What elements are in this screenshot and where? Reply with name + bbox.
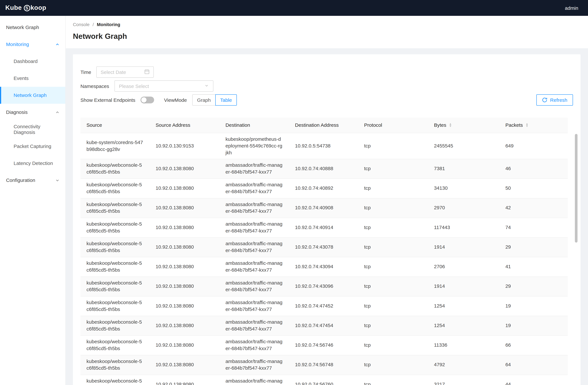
cell-packets: 74 [499,218,568,237]
refresh-button[interactable]: Refresh [537,94,573,106]
cell-source-address: 10.92.0.138:8080 [150,316,220,335]
cell-packets: 19 [499,316,568,335]
logo-text-kube: Kube [5,4,22,12]
sidebar-item-label: Connectivity Diagnosis [14,123,59,135]
cell-protocol: tcp [358,335,428,355]
cell-destination-address: 10.92.0.74:43096 [289,276,358,296]
cell-source: kubeskoop/webconsole-5c6f85cd5-th5bs [81,355,150,375]
sort-icon[interactable]: ▲ ▼ [449,123,452,127]
app-logo[interactable]: Kube S koop [5,4,46,12]
sidebar-item-label: Network Graph [14,93,46,98]
viewmode-option-graph[interactable]: Graph [192,94,216,106]
show-external-label: Show External Endpoints [81,97,135,103]
time-filter-row: Time [81,66,573,78]
cell-packets: 19 [499,296,568,316]
viewmode-option-table[interactable]: Table [215,94,237,106]
cell-destination: ambassador/traffic-manager-684b7bf547-kx… [220,198,289,218]
cell-bytes: 34130 [428,178,499,198]
sidebar-item-label: Latency Detection [14,160,53,166]
time-label: Time [81,69,91,75]
cell-source: kubeskoop/webconsole-5c6f85cd5-th5bs [81,237,150,257]
time-date-input[interactable] [101,69,144,75]
sidebar-item-network-graph-top[interactable]: Network Graph [0,19,65,36]
col-source-address: Source Address [150,118,220,133]
col-destination-address: Destination Address [289,118,358,133]
sidebar-item-packet-capturing[interactable]: Packet Capturing [0,138,65,155]
cell-bytes: 1914 [428,237,499,257]
chevron-up-icon [56,42,59,46]
sidebar-group-configuration[interactable]: Configuration [0,172,65,189]
sidebar-item-dashboard[interactable]: Dashboard [0,53,65,70]
viewmode-label: ViewMode [164,97,187,103]
table-row: kubeskoop/webconsole-5c6f85cd5-th5bs 10.… [81,178,568,198]
cell-packets: 42 [499,198,568,218]
cell-source-address: 10.92.0.138:8080 [150,198,220,218]
cell-packets: 64 [499,355,568,375]
sidebar-item-label: Events [14,76,29,81]
cell-destination: ambassador/traffic-manager-684b7bf547-kx… [220,316,289,335]
sidebar-item-label: Network Graph [6,24,39,30]
namespaces-select[interactable]: Please Select [114,80,213,92]
namespaces-label: Namespaces [81,83,109,89]
sort-caret-down-icon: ▼ [525,125,528,127]
cell-destination-address: 10.92.0.74:40892 [289,178,358,198]
sidebar-group-monitoring[interactable]: Monitoring [0,36,65,53]
sort-icon[interactable]: ▲ ▼ [525,123,528,127]
sidebar-item-label: Packet Capturing [14,143,51,149]
topbar: Kube S koop admin [0,0,588,16]
main-content: Console / Monitoring Network Graph Time [66,16,588,385]
breadcrumb-separator: / [93,22,94,27]
cell-destination: ambassador/traffic-manager-684b7bf547-kx… [220,335,289,355]
cell-bytes: 2455545 [428,133,499,159]
sidebar-item-latency-detection[interactable]: Latency Detection [0,155,65,172]
col-packets[interactable]: Packets ▲ ▼ [499,118,568,133]
cell-bytes: 11336 [428,335,499,355]
refresh-icon [542,97,547,103]
calendar-icon [144,69,150,75]
time-date-picker[interactable] [97,66,154,78]
cell-destination-address: 10.92.0.74:56748 [289,355,358,375]
cell-destination: ambassador/traffic-manager-684b7bf547-kx… [220,257,289,276]
table-row: kubeskoop/webconsole-5c6f85cd5-th5bs 10.… [81,257,568,276]
cell-source: kubeskoop/webconsole-5c6f85cd5-th5bs [81,218,150,237]
cell-source-address: 10.92.0.138:8080 [150,159,220,178]
table-vertical-scrollbar[interactable] [575,134,578,243]
cell-source: kubeskoop/webconsole-5c6f85cd5-th5bs [81,257,150,276]
table-row: kubeskoop/webconsole-5c6f85cd5-th5bs 10.… [81,237,568,257]
cell-source: kubeskoop/webconsole-5c6f85cd5-th5bs [81,335,150,355]
cell-source-address: 10.92.0.138:8080 [150,296,220,316]
cell-bytes: 7381 [428,159,499,178]
col-bytes[interactable]: Bytes ▲ ▼ [428,118,499,133]
cell-protocol: tcp [358,159,428,178]
cell-protocol: tcp [358,257,428,276]
sidebar-item-network-graph[interactable]: Network Graph [0,87,65,104]
user-menu[interactable]: admin [565,5,578,11]
cell-destination: ambassador/traffic-manager-684b7bf547-kx… [220,159,289,178]
breadcrumb-console[interactable]: Console [73,22,89,27]
cell-destination-address: 10.92.0.74:40888 [289,159,358,178]
sidebar-item-label: Monitoring [6,41,29,47]
cell-packets: 46 [499,159,568,178]
cell-protocol: tcp [358,133,428,159]
table-row: kube-system/coredns-547b98dbcc-gg28v 10.… [81,133,568,159]
sidebar-item-events[interactable]: Events [0,70,65,87]
cell-protocol: tcp [358,237,428,257]
cell-source: kubeskoop/webconsole-5c6f85cd5-th5bs [81,276,150,296]
chevron-down-icon [204,83,209,89]
show-external-toggle[interactable] [141,96,154,103]
col-source: Source [81,118,150,133]
cell-bytes: 1914 [428,276,499,296]
flows-table: Source Source Address Destination Destin… [81,118,568,385]
cell-source-address: 10.92.0.138:8080 [150,178,220,198]
table-wrap: Source Source Address Destination Destin… [81,118,573,385]
viewmode-group: Graph Table [192,94,237,106]
table-row: kubeskoop/webconsole-5c6f85cd5-th5bs 10.… [81,355,568,375]
cell-packets: 44 [499,375,568,385]
cell-source: kubeskoop/webconsole-5c6f85cd5-th5bs [81,316,150,335]
cell-destination-address: 10.92.0.74:40908 [289,198,358,218]
sidebar-item-label: Dashboard [14,58,38,64]
sidebar-item-connectivity-diagnosis[interactable]: Connectivity Diagnosis [0,121,65,138]
table-row: kubeskoop/webconsole-5c6f85cd5-th5bs 10.… [81,198,568,218]
sidebar-group-diagnosis[interactable]: Diagnosis [0,104,65,121]
cell-destination-address: 10.92.0.74:56760 [289,375,358,385]
